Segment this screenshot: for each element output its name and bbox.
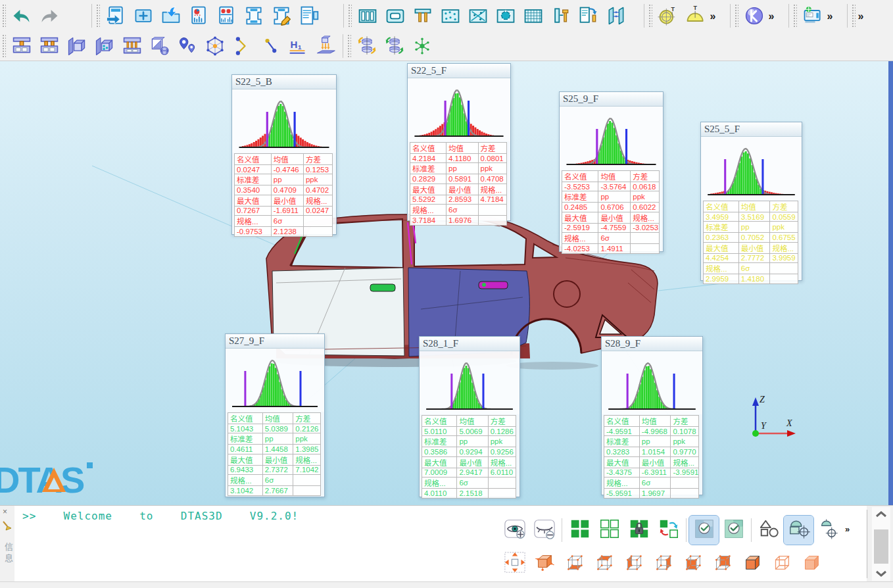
frame-box-button[interactable] — [381, 3, 409, 29]
quad-outline-button[interactable] — [594, 516, 624, 545]
more-button[interactable]: » — [710, 3, 727, 29]
measurement-popup[interactable]: S28_1_F 名义值均值方差5.01105.00690.1286标准差pppp… — [419, 336, 520, 497]
more-button[interactable]: » — [843, 516, 860, 545]
report-button[interactable] — [185, 3, 212, 29]
cube-top-button[interactable] — [589, 549, 618, 578]
more-button[interactable]: » — [857, 3, 875, 29]
locate-pins-button[interactable] — [174, 33, 201, 59]
stat-header: 6σ — [639, 478, 671, 489]
mesh-surface-button[interactable] — [519, 3, 547, 29]
viewport-3d[interactable]: Z Y X DTAS S22_5_B 名义值均值方差0.0247-0.47460… — [0, 61, 893, 505]
toolbar-grip[interactable] — [2, 4, 6, 28]
cube-iso-button[interactable] — [529, 549, 559, 578]
cube-measure-button[interactable] — [146, 33, 174, 59]
pan-arrows-button[interactable] — [500, 549, 529, 578]
cube-right-button[interactable] — [648, 549, 677, 578]
clear-broom-icon[interactable] — [1, 520, 13, 535]
clamp-pins-button[interactable] — [118, 33, 146, 59]
clamp-single-button[interactable] — [8, 33, 36, 59]
rivet-button[interactable] — [547, 3, 575, 29]
measurement-popup[interactable]: S22_5_B 名义值均值方差0.0247-0.47460.1253标准差ppp… — [231, 74, 337, 235]
console-output[interactable]: >> Welcome to DTAS3D V9.2.0! » — [14, 506, 867, 582]
tol-position-button[interactable]: T — [654, 3, 682, 29]
close-icon[interactable]: × — [3, 507, 7, 516]
quad-green-button[interactable] — [565, 516, 594, 545]
section-lines-button[interactable] — [464, 3, 492, 29]
shapes-button[interactable] — [754, 516, 784, 545]
cube-back-button[interactable] — [707, 549, 736, 578]
cube-solid-button[interactable] — [736, 549, 766, 578]
doc-rivet-button[interactable] — [575, 3, 602, 29]
scroll-up-icon[interactable] — [875, 510, 888, 519]
h1-datum-button[interactable]: H1 — [284, 33, 312, 59]
toolbar-grip[interactable] — [648, 4, 652, 28]
form-list-button[interactable] — [295, 3, 323, 29]
cyl-rotate-yellow-button[interactable] — [353, 33, 381, 59]
planes-connect-button[interactable] — [602, 3, 630, 29]
measurement-popup[interactable]: S22_5_F 名义值均值方差4.21844.11800.0801标准差pppp… — [407, 63, 511, 221]
shapes-target-button[interactable] — [784, 516, 813, 545]
extrude-box-button[interactable] — [354, 3, 381, 29]
vector-line-button[interactable] — [256, 33, 284, 59]
panel-title[interactable]: S28_1_F — [420, 337, 519, 351]
measurement-popup[interactable]: S25_9_F 名义值均值方差-3.5253-3.57640.0618标准差pp… — [559, 91, 664, 252]
quad-lock-button[interactable] — [624, 516, 654, 545]
clamp-double-button[interactable] — [36, 33, 63, 59]
vector-angle-button[interactable] — [229, 33, 256, 59]
hex-network-button[interactable] — [201, 33, 229, 59]
panel-title[interactable]: S25_5_F — [701, 122, 802, 137]
cube-dice-button[interactable] — [91, 33, 118, 59]
model-export-button[interactable] — [102, 3, 130, 29]
cube-front-button[interactable] — [677, 549, 707, 578]
cube-shaded-button[interactable] — [796, 549, 825, 578]
toolbar-grip[interactable] — [348, 4, 352, 28]
scroll-down-icon[interactable] — [875, 569, 888, 578]
model-new-button[interactable] — [130, 3, 157, 29]
toolbar-grip[interactable] — [96, 4, 100, 28]
measurement-popup[interactable]: S25_5_F 名义值均值方差3.49593.51690.0559标准差pppp… — [700, 122, 802, 281]
k-sphere-button[interactable] — [740, 3, 768, 29]
star-network-button[interactable] — [408, 33, 436, 59]
viewport-right-strip[interactable] — [888, 61, 893, 505]
scrollbar-thumb[interactable] — [874, 529, 888, 564]
toolbar-grip[interactable] — [347, 34, 351, 58]
gravity-cube-button[interactable] — [312, 33, 339, 59]
measurement-popup[interactable]: S27_9_F 名义值均值方差5.10435.03890.2126标准差pppp… — [225, 333, 325, 497]
more-button[interactable]: » — [827, 3, 844, 29]
more-button[interactable]: » — [768, 3, 785, 29]
instrument-button[interactable] — [799, 3, 827, 29]
panel-title[interactable]: S27_9_F — [226, 334, 324, 349]
panel-title[interactable]: S22_5_B — [232, 75, 336, 89]
toolbar-grip[interactable] — [793, 4, 797, 28]
quad-swap-button[interactable] — [654, 516, 683, 545]
eye-hide-button[interactable] — [529, 516, 559, 545]
template-button[interactable] — [240, 3, 268, 29]
panel-title[interactable]: S25_9_F — [560, 92, 663, 107]
pin-table-button[interactable] — [409, 3, 437, 29]
tol-profile-button[interactable]: T — [682, 3, 710, 29]
template-edit-button[interactable] — [268, 3, 295, 29]
console-scrollbar[interactable] — [872, 507, 890, 581]
panel-title[interactable]: S22_5_F — [408, 64, 510, 78]
eye-show-button[interactable] — [500, 516, 529, 545]
toolbar-grip[interactable] — [2, 34, 6, 58]
undo-button[interactable] — [8, 3, 36, 29]
points-plane-button[interactable] — [437, 3, 464, 29]
redo-button[interactable] — [36, 3, 63, 29]
model-open-button[interactable] — [157, 3, 185, 29]
cyl-rotate-green-button[interactable] — [381, 33, 408, 59]
tile-check-b-button[interactable] — [719, 516, 748, 545]
polygon-face-button[interactable] — [492, 3, 519, 29]
stat-value: -2.5919 — [562, 223, 598, 232]
cube-panel-button[interactable] — [63, 33, 91, 59]
cube-bottom-button[interactable] — [559, 549, 589, 578]
toolbar-grip[interactable] — [735, 4, 738, 28]
report-compare-button[interactable] — [212, 3, 240, 29]
console-tab-label[interactable]: 信息 — [2, 543, 14, 565]
measurement-popup[interactable]: S28_9_F 名义值均值方差-4.9591-4.99680.1078标准差pp… — [601, 336, 703, 495]
dome-target-button[interactable] — [813, 516, 843, 545]
cube-wire-button[interactable] — [766, 549, 796, 578]
panel-title[interactable]: S28_9_F — [602, 337, 702, 351]
cube-left-button[interactable] — [618, 549, 648, 578]
tile-check-a-button[interactable] — [689, 516, 719, 545]
